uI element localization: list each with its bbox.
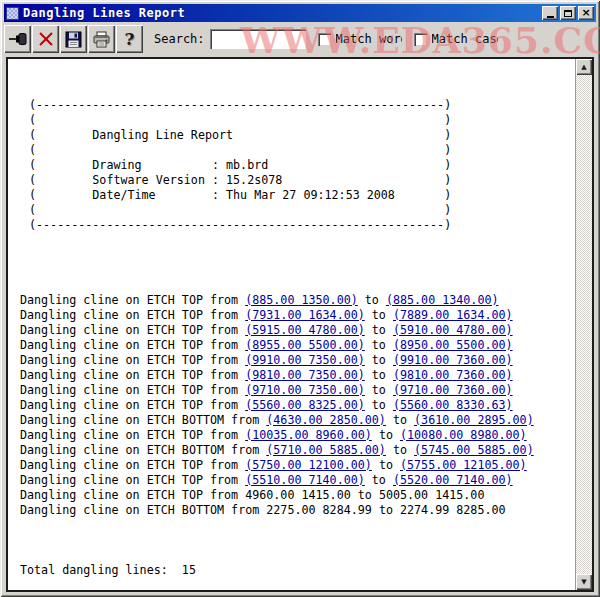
- question-icon: ?: [125, 29, 135, 49]
- report-lines: Dangling cline on ETCH TOP from (885.00 …: [20, 293, 575, 518]
- coordinate-link[interactable]: (8955.00 5500.00): [245, 338, 365, 352]
- report-line: Dangling cline on ETCH TOP from (5915.00…: [20, 323, 575, 338]
- pin-button[interactable]: [4, 25, 31, 53]
- match-word-label: Match word: [336, 32, 402, 46]
- scroll-down-button[interactable]: ▼: [576, 574, 592, 590]
- report-line: Dangling cline on ETCH TOP from (7931.00…: [20, 308, 575, 323]
- report-line: Dangling cline on ETCH TOP from 4960.00 …: [20, 488, 575, 503]
- report-line: Dangling cline on ETCH TOP from (8955.00…: [20, 338, 575, 353]
- maximize-button[interactable]: [560, 6, 576, 20]
- pin-icon: [8, 31, 28, 47]
- coordinate-link[interactable]: (5560.00 8330.63): [393, 398, 513, 412]
- coordinate-link[interactable]: (5710.00 5885.00): [266, 443, 386, 457]
- window-title: Dangling Lines Report: [23, 6, 185, 20]
- close-report-button[interactable]: [32, 25, 59, 53]
- arrow-up-icon: ▲: [581, 63, 586, 71]
- match-case-group: Match case: [414, 32, 498, 46]
- coordinate-link[interactable]: (10035.00 8960.00): [245, 428, 372, 442]
- close-button[interactable]: ×: [578, 6, 594, 20]
- coordinate-link[interactable]: (9710.00 7360.00): [393, 383, 513, 397]
- report-line: Dangling cline on ETCH TOP from (5750.00…: [20, 458, 575, 473]
- report-line: Dangling cline on ETCH BOTTOM from (4630…: [20, 413, 575, 428]
- minimize-icon: [547, 16, 554, 18]
- coordinate-link[interactable]: (5520.00 7140.00): [393, 473, 513, 487]
- report-line: Dangling cline on ETCH TOP from (10035.0…: [20, 428, 575, 443]
- coordinate-link[interactable]: (9710.00 7350.00): [245, 383, 365, 397]
- toolbar: ? Search: Match word Match case: [4, 23, 596, 55]
- save-button[interactable]: [60, 25, 87, 53]
- scroll-up-button[interactable]: ▲: [576, 59, 592, 75]
- minimize-button[interactable]: [542, 6, 558, 20]
- match-word-checkbox[interactable]: [318, 33, 331, 46]
- report-line: Dangling cline on ETCH TOP from (9710.00…: [20, 383, 575, 398]
- floppy-icon: [65, 31, 82, 48]
- app-icon[interactable]: [6, 7, 19, 20]
- report-line: Dangling cline on ETCH TOP from (9810.00…: [20, 368, 575, 383]
- report-line: Dangling cline on ETCH TOP from (5510.00…: [20, 473, 575, 488]
- coordinate-link[interactable]: (7889.00 1634.00): [393, 308, 513, 322]
- coordinate-link[interactable]: (5510.00 7140.00): [245, 473, 365, 487]
- coordinate-link[interactable]: (8950.00 5500.00): [393, 338, 513, 352]
- match-word-group: Match word: [318, 32, 402, 46]
- dangling-lines-report-window: Dangling Lines Report ×: [0, 0, 600, 597]
- coordinate-link[interactable]: (5755.00 12105.00): [400, 458, 527, 472]
- print-button[interactable]: [88, 25, 115, 53]
- coordinate-link[interactable]: (9810.00 7360.00): [393, 368, 513, 382]
- help-button[interactable]: ?: [116, 25, 143, 53]
- coordinate-link[interactable]: (9910.00 7360.00): [393, 353, 513, 367]
- coordinate-link[interactable]: (5915.00 4780.00): [245, 323, 365, 337]
- match-case-label: Match case: [432, 32, 498, 46]
- coordinate-link[interactable]: (3610.00 2895.00): [414, 413, 534, 427]
- coordinate-link[interactable]: (9910.00 7350.00): [245, 353, 365, 367]
- printer-icon: [92, 31, 111, 48]
- coordinate-link[interactable]: (885.00 1350.00): [245, 293, 358, 307]
- report-line: Dangling cline on ETCH TOP from (885.00 …: [20, 293, 575, 308]
- arrow-down-icon: ▼: [581, 578, 586, 586]
- title-bar[interactable]: Dangling Lines Report ×: [4, 4, 596, 22]
- total-dangling-lines: Total dangling lines: 15: [20, 563, 575, 578]
- report-line: Dangling cline on ETCH TOP from (9910.00…: [20, 353, 575, 368]
- coordinate-link[interactable]: (7931.00 1634.00): [245, 308, 365, 322]
- coordinate-link[interactable]: (5910.00 4780.00): [393, 323, 513, 337]
- vertical-scrollbar[interactable]: ▲ ▼: [575, 59, 592, 590]
- coordinate-link[interactable]: (5560.00 8325.00): [245, 398, 365, 412]
- x-icon: [38, 31, 54, 47]
- report-line: Dangling cline on ETCH BOTTOM from 2275.…: [20, 503, 575, 518]
- close-icon: ×: [581, 8, 590, 18]
- report-line: Dangling cline on ETCH TOP from (5560.00…: [20, 398, 575, 413]
- report-viewport: (---------------------------------------…: [6, 57, 594, 592]
- coordinate-link[interactable]: (4630.00 2850.00): [266, 413, 386, 427]
- match-case-checkbox[interactable]: [414, 33, 427, 46]
- window-controls: ×: [542, 6, 594, 20]
- search-label: Search:: [154, 32, 205, 46]
- coordinate-link[interactable]: (5745.00 5885.00): [414, 443, 534, 457]
- report-line: Dangling cline on ETCH BOTTOM from (5710…: [20, 443, 575, 458]
- report-text: (---------------------------------------…: [8, 59, 575, 590]
- report-header-box: (---------------------------------------…: [29, 98, 575, 233]
- coordinate-link[interactable]: (885.00 1340.00): [386, 293, 499, 307]
- coordinate-link[interactable]: (5750.00 12100.00): [245, 458, 372, 472]
- coordinate-link[interactable]: (9810.00 7350.00): [245, 368, 365, 382]
- coordinate-link[interactable]: (10080.00 8980.00): [400, 428, 527, 442]
- maximize-icon: [564, 10, 572, 17]
- search-input[interactable]: [210, 29, 306, 49]
